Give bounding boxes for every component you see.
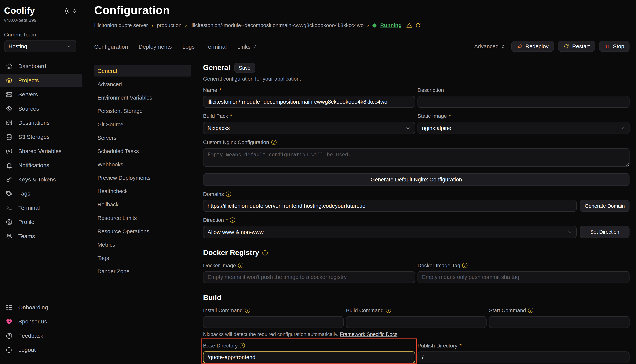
status-badge[interactable]: Running — [380, 22, 402, 28]
info-icon[interactable]: i — [385, 308, 391, 314]
sidebar-item-feedback[interactable]: Feedback — [0, 329, 82, 342]
users-icon — [6, 232, 13, 240]
subnav-item-webhooks[interactable]: Webhooks — [94, 159, 191, 170]
sidebar-item-label: Servers — [18, 91, 38, 98]
warning-icon[interactable] — [406, 22, 412, 28]
docker-image-input[interactable] — [203, 271, 415, 283]
advanced-menu-trigger[interactable]: Advanced — [474, 44, 505, 50]
info-icon[interactable]: i — [238, 262, 244, 268]
save-button[interactable]: Save — [234, 63, 255, 73]
redeploy-button[interactable]: Redeploy — [511, 41, 554, 52]
sidebar-item-notifications[interactable]: Notifications — [0, 159, 82, 172]
generate-nginx-button[interactable]: Generate Default Nginx Configuration — [203, 173, 629, 186]
sidebar-item-shared-variables[interactable]: Shared Variables — [0, 144, 82, 158]
sidebar-item-label: Teams — [18, 233, 35, 239]
subnav-item-resource-limits[interactable]: Resource Limits — [94, 212, 191, 224]
subnav-item-servers[interactable]: Servers — [94, 132, 191, 143]
sidebar-item-projects[interactable]: Projects — [0, 74, 82, 86]
name-input[interactable] — [203, 96, 415, 108]
sidebar-item-keys-tokens[interactable]: Keys & Tokens — [0, 173, 82, 186]
set-direction-button[interactable]: Set Direction — [580, 226, 629, 238]
sidebar-item-label: Notifications — [18, 162, 49, 168]
sidebar-item-s3-storages[interactable]: S3 Storages — [0, 130, 82, 143]
subnav-item-persistent-storage[interactable]: Persistent Storage — [94, 105, 191, 116]
nginx-config-textarea[interactable] — [203, 148, 629, 167]
build-command-input[interactable] — [346, 316, 487, 328]
subnav-item-preview-deployments[interactable]: Preview Deployments — [94, 172, 191, 183]
sidebar-item-sponsor-us[interactable]: Sponsor us — [0, 315, 82, 328]
sidebar-item-dashboard[interactable]: Dashboard — [0, 60, 82, 72]
sidebar-item-destinations[interactable]: Destinations — [0, 116, 82, 129]
stop-button[interactable]: Stop — [599, 41, 629, 52]
tab-logs[interactable]: Logs — [182, 43, 195, 50]
tab-configuration[interactable]: Configuration — [94, 43, 128, 50]
info-icon[interactable]: i — [528, 308, 534, 314]
subnav-item-resource-operations[interactable]: Resource Operations — [94, 226, 191, 237]
breadcrumb-project[interactable]: illicitonion quote server — [94, 22, 148, 28]
nginx-config-label: Custom Nginx Configuration — [203, 139, 269, 145]
subnav-item-tags[interactable]: Tags — [94, 252, 191, 264]
subnav-item-rollback[interactable]: Rollback — [94, 199, 191, 210]
subnav-item-scheduled-tasks[interactable]: Scheduled Tasks — [94, 145, 191, 157]
generate-domain-button[interactable]: Generate Domain — [580, 200, 629, 212]
sidebar-item-tags[interactable]: Tags — [0, 187, 82, 200]
sidebar-item-teams[interactable]: Teams — [0, 230, 82, 242]
bell-icon — [6, 162, 13, 169]
sidebar-item-sources[interactable]: Sources — [0, 102, 82, 115]
sidebar-item-logout[interactable]: Logout — [0, 343, 82, 356]
breadcrumb-application[interactable]: illicitestonion/-module--decomposition:m… — [190, 22, 364, 28]
sidebar-item-label: Profile — [18, 219, 34, 225]
build-pack-select[interactable]: Nixpacks — [203, 122, 415, 134]
subnav-item-healthcheck[interactable]: Healthcheck — [94, 186, 191, 197]
restart-button[interactable]: Restart — [558, 41, 595, 52]
info-icon[interactable]: i — [245, 308, 251, 314]
tab-deployments[interactable]: Deployments — [139, 43, 172, 50]
user-icon — [6, 218, 13, 226]
layers-icon — [6, 77, 13, 84]
static-image-select[interactable]: nginx:alpine — [417, 122, 629, 134]
restart-label: Restart — [572, 44, 590, 50]
theme-sun-icon[interactable] — [63, 8, 70, 14]
docker-registry-heading: Docker Registry — [203, 249, 259, 257]
direction-select[interactable]: Allow www & non-www. — [203, 226, 577, 238]
sidebar-item-label: Dashboard — [18, 63, 46, 69]
tab-links[interactable]: Links — [237, 43, 257, 50]
required-asterisk: * — [219, 87, 221, 93]
subnav-item-advanced[interactable]: Advanced — [94, 78, 191, 90]
subnav-item-metrics[interactable]: Metrics — [94, 239, 191, 250]
framework-docs-link[interactable]: Framework Specific Docs — [340, 332, 397, 337]
subnav-item-danger-zone[interactable]: Danger Zone — [94, 266, 191, 277]
sidebar-item-profile[interactable]: Profile — [0, 216, 82, 228]
app-version: v4.0.0-beta.399 — [0, 16, 82, 22]
sidebar-bottom-nav: Onboarding Sponsor us Feedback Logout — [0, 301, 82, 358]
subnav-item-general[interactable]: General — [94, 65, 191, 76]
sidebar-item-terminal[interactable]: Terminal — [0, 201, 82, 214]
subnav-item-environment-variables[interactable]: Environment Variables — [94, 92, 191, 103]
sidebar-item-label: S3 Storages — [18, 134, 50, 140]
start-command-input[interactable] — [489, 316, 629, 328]
domains-input[interactable] — [203, 200, 577, 212]
sidebar-item-servers[interactable]: Servers — [0, 88, 82, 101]
description-input[interactable] — [417, 96, 629, 108]
info-icon[interactable]: i — [462, 262, 468, 268]
pause-icon — [604, 44, 610, 49]
docker-image-tag-input[interactable] — [417, 271, 629, 283]
publish-directory-input[interactable] — [417, 352, 629, 363]
subnav-item-git-source[interactable]: Git Source — [94, 119, 191, 130]
info-icon[interactable]: i — [226, 191, 232, 197]
team-select[interactable]: Hosting — [4, 40, 76, 52]
tab-bar: Configuration Deployments Logs Terminal … — [94, 41, 629, 52]
sidebar-item-label: Onboarding — [18, 304, 48, 310]
breadcrumb-environment[interactable]: production — [157, 22, 181, 28]
sidebar-item-onboarding[interactable]: Onboarding — [0, 301, 82, 314]
base-directory-input[interactable] — [203, 352, 415, 363]
info-icon[interactable]: i — [271, 139, 277, 145]
info-icon[interactable]: i — [239, 342, 245, 348]
tab-terminal[interactable]: Terminal — [205, 43, 227, 50]
theme-updown-icon[interactable] — [72, 8, 77, 14]
info-icon[interactable]: i — [230, 217, 236, 223]
install-command-input[interactable] — [203, 316, 344, 328]
nixpacks-note: Nixpacks will detect the required config… — [203, 332, 338, 337]
refresh-icon[interactable] — [415, 22, 421, 28]
info-icon[interactable]: i — [262, 250, 268, 256]
